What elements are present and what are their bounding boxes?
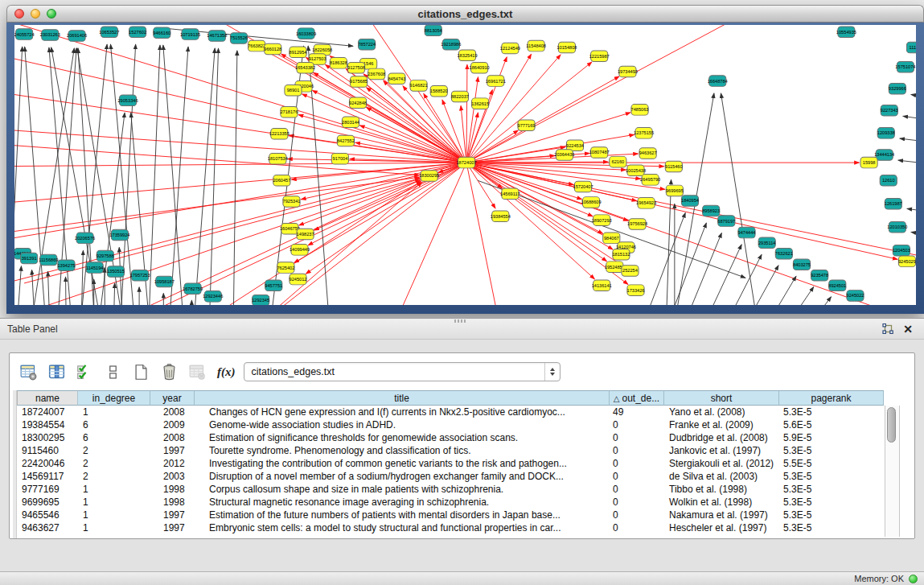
network-node[interactable]: 9463627 [639, 148, 657, 159]
network-node[interactable]: 9245022 [847, 290, 864, 302]
network-node[interactable]: 9146821 [410, 80, 428, 92]
network-node[interactable]: 8427552 [337, 135, 355, 146]
zoom-window-icon[interactable] [47, 9, 56, 19]
network-node[interactable]: 917004 [331, 154, 348, 165]
table-row[interactable]: 911546021997Tourette syndrome. Phenomeno… [17, 444, 884, 457]
network-node[interactable]: 8403275 [793, 259, 811, 270]
network-node[interactable]: 8186328 [330, 58, 347, 69]
table-row[interactable]: 1456911722003Disruption of a novel membe… [17, 470, 884, 483]
network-node[interactable]: 1498237 [297, 229, 314, 240]
network-node[interactable]: 2803144 [342, 117, 359, 128]
network-node[interactable]: 391391 [21, 253, 38, 264]
table-row[interactable]: 969969511998Structural magnetic resonanc… [17, 496, 884, 509]
network-node[interactable]: 16961721 [486, 76, 506, 87]
network-node[interactable]: 15720407 [573, 181, 593, 192]
network-node[interactable]: 12124549 [500, 43, 520, 54]
network-node[interactable]: 1261987 [885, 199, 902, 210]
network-node[interactable]: 1815132 [612, 249, 630, 260]
network-node[interactable]: 19218986 [441, 39, 461, 50]
table-row[interactable]: 977716911998Corpus callosum shape and si… [17, 483, 884, 496]
network-node[interactable]: 16648784 [708, 76, 728, 87]
network-node[interactable]: 9457751 [265, 280, 282, 291]
network-node[interactable]: 1145194 [86, 262, 104, 274]
network-node[interactable]: 2718176 [280, 107, 298, 118]
network-node[interactable]: 12923446 [203, 291, 223, 303]
network-node[interactable]: 14136141 [592, 280, 612, 291]
network-node[interactable]: 1209338 [877, 128, 895, 139]
network-canvas[interactable]: 1872400718300295240557242303126320691406… [14, 25, 916, 305]
new-table-icon[interactable] [129, 361, 152, 382]
network-node[interactable]: 10154808 [556, 42, 577, 53]
network-node[interactable]: 9466160 [153, 27, 170, 39]
network-node[interactable]: 19654923 [636, 198, 656, 209]
network-node[interactable]: 1840954 [681, 196, 699, 207]
network-node[interactable]: 14569117 [500, 188, 520, 200]
network-node[interactable]: 10554935 [836, 27, 856, 38]
network-node[interactable]: 14099449 [290, 245, 310, 256]
network-node[interactable]: 12610 [880, 175, 897, 187]
network-node[interactable]: 18640910 [470, 62, 490, 73]
network-node[interactable]: 11548408 [526, 40, 546, 51]
select-all-icon[interactable] [73, 361, 96, 382]
network-node[interactable]: 10688609 [581, 197, 602, 208]
column-header-in_degree[interactable]: in_degree [78, 390, 150, 406]
network-node[interactable]: 24055724 [14, 29, 35, 40]
network-node[interactable]: 20364436 [554, 150, 574, 161]
network-node[interactable]: 20691406 [67, 31, 87, 42]
column-header-title[interactable]: title [195, 390, 610, 406]
network-node[interactable]: 1527602 [129, 27, 146, 38]
close-panel-icon[interactable]: ✕ [903, 323, 913, 335]
network-node[interactable]: 29053346 [117, 95, 138, 106]
network-node[interactable]: 10025438 [626, 165, 646, 176]
network-node[interactable]: 20206576 [75, 233, 95, 244]
network-node[interactable]: 1588520 [430, 85, 448, 97]
network-node[interactable]: 16543382 [295, 62, 315, 73]
network-node[interactable]: 17957253 [130, 270, 150, 282]
network-node[interactable]: 16782759 [183, 283, 203, 295]
network-node[interactable]: 7625402 [277, 262, 294, 274]
network-node[interactable]: 11156869 [39, 254, 58, 266]
network-node[interactable]: 7857224 [358, 39, 376, 50]
network-node[interactable]: 11173 [906, 42, 916, 53]
network-node[interactable]: 17359924 [109, 229, 129, 241]
column-header-pagerank[interactable]: pagerank [779, 390, 884, 406]
network-node[interactable]: 16033809 [296, 28, 316, 39]
network-node[interactable]: 19756928 [627, 219, 647, 230]
network-graph[interactable]: 1872400718300295240557242303126320691406… [14, 25, 916, 305]
network-node[interactable]: 19734493 [618, 66, 638, 77]
network-node[interactable]: 12215987 [589, 51, 610, 62]
network-node[interactable]: 12213355 [269, 129, 290, 140]
network-node[interactable]: 9474444 [738, 227, 756, 238]
table-select-combo[interactable]: citations_edges.txt [244, 362, 561, 381]
network-node[interactable]: 7515526 [230, 33, 248, 44]
network-node[interactable]: 8958923 [702, 205, 720, 216]
network-node[interactable]: 23031263 [40, 30, 60, 41]
network-node[interactable]: 15998 [860, 157, 877, 168]
network-node[interactable]: 1394275 [57, 260, 75, 271]
network-node[interactable]: 9297588 [97, 250, 114, 262]
network-node[interactable]: 19384554 [491, 211, 511, 222]
network-node[interactable]: 1350515 [107, 266, 125, 278]
delete-table-icon[interactable] [158, 361, 180, 382]
network-node[interactable]: 7925341 [282, 196, 300, 208]
network-node[interactable]: 9245012 [290, 274, 307, 285]
network-node[interactable]: 98901 [285, 84, 302, 96]
network-node[interactable]: 9227343 [881, 105, 898, 117]
network-node[interactable]: 9699695 [666, 185, 684, 196]
network-node[interactable]: 18907293 [592, 215, 612, 226]
show-columns-icon[interactable] [45, 361, 68, 382]
network-node[interactable]: 9235478 [811, 270, 828, 282]
network-node[interactable]: 10719135 [180, 29, 200, 40]
panel-resize-grip[interactable] [454, 319, 467, 323]
vertical-scrollbar[interactable] [885, 406, 900, 537]
network-node[interactable]: 8813054 [425, 25, 442, 36]
network-node[interactable]: 10958187 [154, 276, 175, 287]
network-node[interactable]: 10807487 [589, 147, 610, 159]
network-node[interactable]: 18300295 [419, 171, 439, 182]
network-node[interactable]: 252254 [622, 266, 639, 277]
function-builder-icon[interactable]: f(x) [217, 365, 236, 379]
network-node[interactable]: 2060457 [273, 175, 290, 187]
network-node[interactable]: 984067 [603, 233, 620, 244]
network-node[interactable]: 1362615 [471, 98, 489, 109]
network-node[interactable]: 9127508 [347, 62, 365, 73]
